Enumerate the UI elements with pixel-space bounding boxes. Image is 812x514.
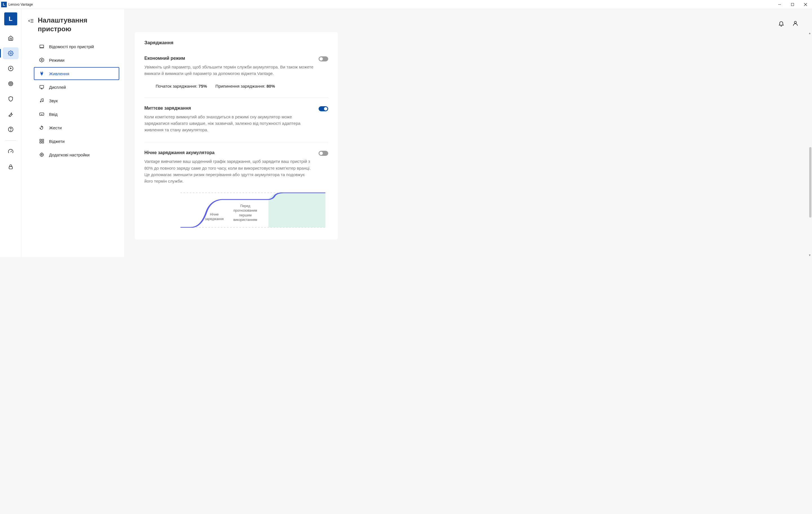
svg-point-17	[42, 101, 43, 102]
svg-marker-13	[40, 58, 44, 62]
subnav-item-label: Звук	[49, 98, 58, 103]
subnav-item-advanced[interactable]: Додаткові настройки	[34, 148, 119, 161]
scroll-up-icon[interactable]: ▲	[808, 32, 811, 35]
display-icon	[39, 85, 45, 90]
subnav-item-label: Жести	[49, 125, 62, 130]
rail-home[interactable]	[3, 32, 19, 44]
subnav-item-gestures[interactable]: Жести	[34, 121, 119, 134]
svg-rect-18	[40, 113, 44, 116]
subnav-item-modes[interactable]: Режими	[34, 54, 119, 66]
close-button[interactable]	[799, 0, 812, 9]
widgets-icon	[39, 139, 45, 144]
svg-rect-15	[40, 85, 44, 88]
gesture-icon	[39, 125, 45, 130]
svg-point-23	[40, 153, 44, 156]
subnav-item-widgets[interactable]: Віджети	[34, 135, 119, 148]
svg-rect-19	[40, 140, 41, 141]
start-value: 75%	[199, 84, 207, 89]
performance-icon	[8, 149, 13, 154]
laptop-icon	[39, 44, 45, 49]
rail-help[interactable]	[3, 123, 19, 135]
setting-desc: Увімкніть цей параметр, щоб збільшити те…	[144, 64, 314, 77]
rail-divider	[5, 140, 16, 141]
subnav-item-power[interactable]: Живлення	[34, 67, 119, 80]
tools-icon	[8, 111, 13, 117]
bell-icon	[778, 20, 784, 27]
setting-title: Нічне заряджання акумулятора	[144, 150, 214, 155]
rail-tools[interactable]	[3, 108, 19, 120]
account-button[interactable]	[792, 20, 799, 27]
titlebar: L Lenovo Vantage	[0, 0, 812, 9]
plug-icon	[39, 71, 45, 76]
mode-icon	[39, 58, 45, 63]
app-icon: L	[1, 2, 7, 7]
rail-settings[interactable]	[3, 47, 19, 59]
subnav-item-display[interactable]: Дисплей	[34, 81, 119, 94]
svg-point-8	[10, 83, 11, 84]
subnav-item-input[interactable]: Ввід	[34, 108, 119, 121]
subnav-item-label: Живлення	[49, 71, 69, 76]
notifications-button[interactable]	[778, 20, 784, 27]
rail-download[interactable]	[3, 63, 19, 74]
stop-value: 80%	[266, 84, 275, 89]
scroll-down-icon[interactable]: ▼	[808, 253, 811, 257]
start-label: Початок заряджання:	[156, 84, 197, 89]
menu-collapse-icon	[28, 18, 34, 24]
svg-rect-1	[791, 3, 794, 6]
setting-desc: Vantage вивчатиме ваш щоденний графік за…	[144, 158, 314, 184]
music-icon	[39, 98, 45, 103]
subnav-item-sound[interactable]: Звук	[34, 94, 119, 107]
scrollbar[interactable]: ▲ ▼	[809, 32, 811, 257]
rail-scan[interactable]	[3, 78, 19, 90]
content-header	[135, 20, 802, 27]
menu-toggle-button[interactable]	[28, 18, 34, 24]
rail-lock[interactable]	[3, 161, 19, 173]
page-title: Налаштування пристрою	[38, 16, 119, 33]
charging-card: Заряджання Економний режим Увімкніть цей…	[135, 32, 338, 240]
user-icon	[792, 20, 799, 27]
setting-title: Миттєве заряджання	[144, 106, 191, 111]
subnav: Налаштування пристрою Відомості про прис…	[22, 9, 125, 257]
advanced-icon	[39, 152, 45, 157]
subnav-item-label: Відомості про пристрій	[49, 44, 94, 49]
help-icon	[8, 126, 13, 132]
stop-label: Припинення заряджання:	[215, 84, 265, 89]
svg-point-25	[794, 22, 796, 23]
subnav-item-label: Режими	[49, 58, 64, 63]
setting-title: Економний режим	[144, 56, 185, 61]
overnight-toggle[interactable]	[319, 151, 328, 156]
overnight-chart: 100% 80% 0%	[167, 191, 328, 231]
svg-rect-21	[40, 142, 41, 143]
svg-point-24	[41, 154, 42, 156]
scan-icon	[8, 81, 13, 87]
svg-rect-11	[9, 167, 12, 169]
subnav-item-label: Віджети	[49, 139, 64, 144]
scrollbar-thumb[interactable]	[809, 147, 811, 217]
keyboard-icon	[39, 112, 45, 117]
brand-logo[interactable]: L	[4, 12, 17, 25]
setting-overnight: Нічне заряджання акумулятора Vantage вив…	[144, 150, 328, 240]
svg-point-16	[40, 101, 41, 102]
rail-security[interactable]	[3, 93, 19, 105]
threshold-row: Початок заряджання: 75% Припинення заряд…	[144, 84, 328, 89]
download-icon	[8, 66, 13, 71]
subnav-item-device-info[interactable]: Відомості про пристрій	[34, 40, 119, 53]
svg-point-4	[10, 53, 11, 54]
subnav-item-label: Додаткові настройки	[49, 152, 90, 157]
icon-rail: L	[0, 9, 22, 257]
svg-point-10	[10, 130, 11, 131]
rapid-toggle[interactable]	[319, 106, 328, 111]
conservation-toggle[interactable]	[319, 56, 328, 61]
chart-annotation-right: Перед прогнозованим першим використанням	[231, 204, 259, 222]
shield-icon	[8, 96, 13, 102]
minimize-button[interactable]	[773, 0, 786, 9]
settings-icon	[8, 51, 13, 56]
app-title: Lenovo Vantage	[8, 3, 33, 6]
maximize-button[interactable]	[786, 0, 799, 9]
subnav-list: Відомості про пристрій Режими Живлення Д…	[28, 40, 119, 161]
rail-performance[interactable]	[3, 146, 19, 157]
subnav-item-label: Ввід	[49, 112, 58, 117]
setting-rapid: Миттєве заряджання Коли комп'ютер вимкну…	[144, 106, 328, 143]
svg-rect-20	[42, 140, 44, 141]
home-icon	[8, 35, 13, 41]
